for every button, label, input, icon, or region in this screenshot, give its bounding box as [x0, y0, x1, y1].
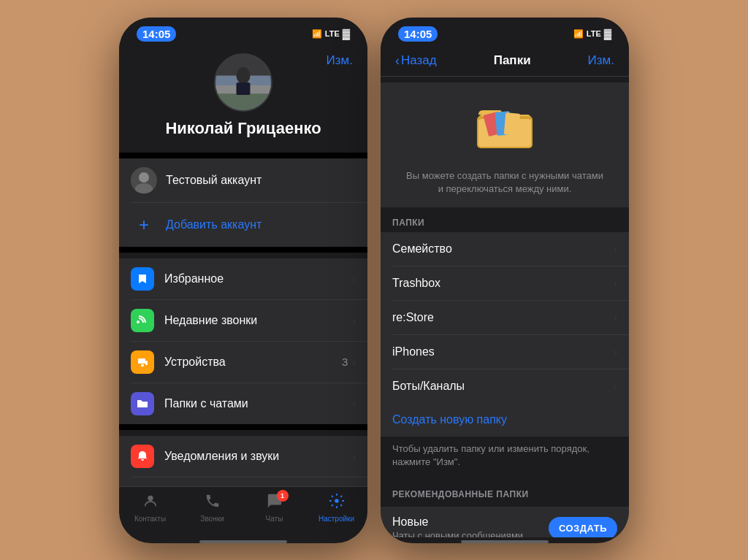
profile-section: Изм.	[119, 46, 367, 153]
folder-item-0[interactable]: Семейство ›	[392, 232, 629, 266]
recommended-section-label: РЕКОМЕНДОВАННЫЕ ПАПКИ	[381, 479, 629, 504]
divider-1	[119, 153, 367, 158]
folders-header: ‹ Назад Папки Изм.	[381, 46, 629, 77]
folder-hero-image	[476, 100, 534, 162]
menu-section-2: Уведомления и звуки › Конфиденциальность…	[119, 436, 367, 486]
phone2-scroll[interactable]: Вы можете создать папки с нужными чатами…	[381, 77, 629, 537]
nav-settings[interactable]: Настройки	[305, 493, 367, 523]
svg-point-14	[335, 499, 339, 503]
nav-calls[interactable]: Звонки	[181, 493, 243, 523]
chevron-folders: ›	[352, 398, 356, 410]
svg-point-7	[139, 172, 149, 183]
bookmark-icon	[131, 267, 154, 291]
divider-2	[119, 247, 367, 253]
svg-rect-20	[504, 112, 521, 136]
rec-item-title-0: Новые	[392, 515, 549, 529]
edit-button-1[interactable]: Изм.	[327, 53, 353, 68]
status-icons-1: 📶 LTE ▓	[312, 28, 350, 39]
menu-label-notifications: Уведомления и звуки	[164, 450, 352, 463]
settings-nav-icon	[329, 493, 345, 513]
phone-icon	[131, 309, 154, 332]
folder-chevron-3: ›	[614, 346, 617, 358]
status-bar-1: 14:05 📶 LTE ▓	[119, 18, 367, 46]
bell-icon	[131, 445, 154, 468]
svg-rect-10	[141, 364, 144, 367]
menu-label-favorites: Избранное	[164, 272, 352, 285]
folders-edit-button[interactable]: Изм.	[588, 53, 614, 68]
svg-rect-9	[138, 358, 145, 364]
battery-icon-1: ▓	[343, 28, 350, 39]
menu-section-1: Избранное › Недавние звонки ›	[119, 258, 367, 424]
account-item[interactable]: Тестовый аккаунт	[131, 158, 367, 203]
time-2: 14:05	[398, 26, 438, 42]
status-icons-2: 📶 LTE ▓	[573, 28, 611, 39]
nav-label-contacts: Контакты	[134, 515, 166, 523]
folder-item-3[interactable]: iPhones ›	[392, 335, 629, 369]
avatar	[214, 53, 272, 112]
add-account-label: Добавить аккаунт	[166, 218, 262, 231]
svg-point-13	[148, 495, 153, 500]
profile-name: Николай Грицаенко	[165, 119, 321, 138]
folder-hero-text: Вы можете создать папки с нужными чатами…	[402, 169, 607, 196]
add-account-item[interactable]: + Добавить аккаунт	[131, 203, 367, 247]
menu-label-folders: Папки с чатами	[164, 397, 352, 410]
menu-item-devices[interactable]: Устройства 3 ›	[131, 342, 367, 383]
folder-hero: Вы можете создать папки с нужными чатами…	[381, 83, 629, 207]
menu-item-privacy[interactable]: Конфиденциальность ›	[131, 477, 367, 486]
back-chevron-icon: ‹	[395, 53, 400, 69]
folder-name-1: Trashbox	[392, 277, 614, 290]
chevron-calls: ›	[352, 315, 356, 326]
folder-hint: Чтобы удалить папку или изменить порядок…	[381, 437, 629, 479]
phone1-inner: 14:05 📶 LTE ▓ Изм.	[119, 18, 367, 543]
home-indicator-2	[461, 540, 549, 543]
time-1: 14:05	[137, 26, 176, 42]
create-folder-button[interactable]: Создать новую папку	[381, 403, 629, 437]
folder-chevron-1: ›	[614, 277, 617, 289]
phone-folders: 14:05 📶 LTE ▓ ‹ Назад Папки Изм.	[381, 18, 629, 543]
folder-chevron-4: ›	[614, 380, 617, 392]
recommended-section: Новые Чаты с новыми сообщениями. СОЗДАТЬ…	[381, 507, 629, 537]
add-icon: +	[131, 212, 157, 238]
battery-icon-2: ▓	[604, 28, 611, 39]
bottom-nav: Контакты Звонки	[119, 486, 367, 537]
back-label: Назад	[401, 53, 437, 68]
chats-badge-container: 1	[267, 493, 283, 513]
nav-label-settings: Настройки	[318, 515, 354, 523]
nav-label-calls: Звонки	[200, 515, 224, 523]
folder-item-1[interactable]: Trashbox ›	[392, 266, 629, 301]
nav-chats[interactable]: 1 Чаты	[243, 493, 305, 523]
rec-item-subtitle-0: Чаты с новыми сообщениями.	[392, 530, 549, 537]
folder-name-4: Боты/Каналы	[392, 380, 614, 393]
phone2-inner: 14:05 📶 LTE ▓ ‹ Назад Папки Изм.	[381, 18, 629, 543]
menu-label-devices: Устройства	[164, 356, 342, 369]
folder-name-2: re:Store	[392, 311, 614, 324]
folder-chevron-0: ›	[614, 243, 617, 255]
signal-icon-2: 📶	[573, 29, 584, 39]
folder-name-0: Семейство	[392, 242, 614, 256]
devices-icon	[131, 350, 154, 374]
phone-settings: 14:05 📶 LTE ▓ Изм.	[119, 18, 367, 543]
chevron-notifications: ›	[352, 450, 356, 462]
status-bar-2: 14:05 📶 LTE ▓	[381, 18, 629, 46]
nav-contacts[interactable]: Контакты	[119, 493, 181, 523]
home-indicator-1	[199, 540, 287, 543]
phone1-scroll[interactable]: Изм.	[119, 46, 367, 486]
create-btn-0[interactable]: СОЗДАТЬ	[549, 517, 617, 537]
contacts-nav-icon	[142, 493, 159, 513]
folders-section-label: ПАПКИ	[381, 207, 629, 232]
chevron-devices: ›	[352, 356, 356, 368]
menu-item-notifications[interactable]: Уведомления и звуки ›	[131, 436, 367, 477]
signal-icon-1: 📶	[312, 29, 322, 39]
lte-label-2: LTE	[587, 29, 601, 38]
rec-item-info-0: Новые Чаты с новыми сообщениями.	[392, 515, 549, 537]
calls-nav-icon	[205, 493, 221, 513]
back-button[interactable]: ‹ Назад	[395, 53, 437, 69]
divider-3	[119, 424, 367, 430]
svg-rect-11	[145, 361, 148, 365]
folder-item-4[interactable]: Боты/Каналы ›	[392, 369, 629, 403]
menu-item-calls[interactable]: Недавние звонки ›	[131, 300, 367, 342]
menu-item-folders[interactable]: Папки с чатами ›	[131, 383, 367, 424]
menu-item-favorites[interactable]: Избранное ›	[131, 258, 367, 300]
folder-item-2[interactable]: re:Store ›	[392, 301, 629, 335]
nav-label-chats: Чаты	[266, 515, 283, 523]
